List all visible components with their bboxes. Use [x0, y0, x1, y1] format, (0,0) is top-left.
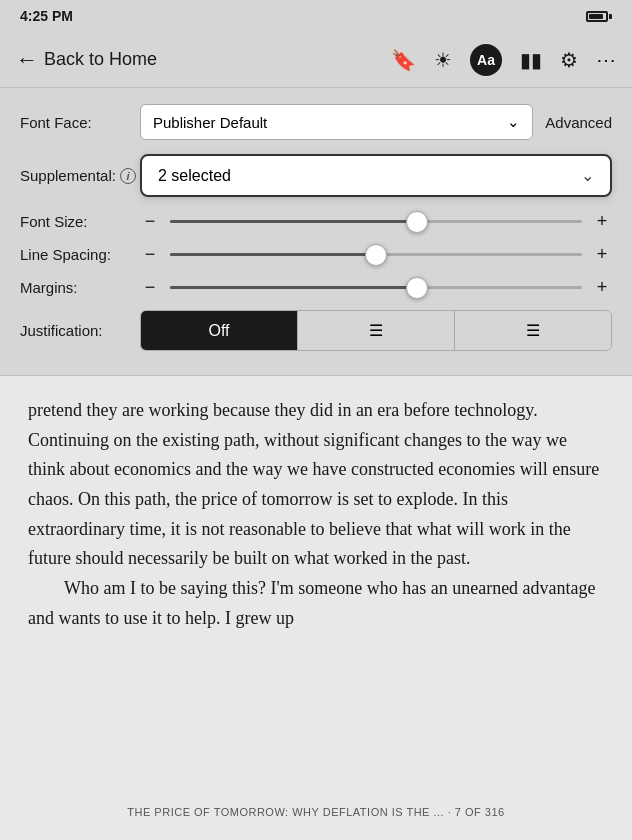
- font-size-label: Font Size:: [20, 213, 130, 230]
- nav-right: 🔖 ☀ Aa ▮▮ ⚙ ⋯: [391, 44, 616, 76]
- reading-text: pretend they are working because they di…: [28, 396, 604, 634]
- font-face-label: Font Face:: [20, 114, 140, 131]
- nav-bar: ← Back to Home 🔖 ☀ Aa ▮▮ ⚙ ⋯: [0, 32, 632, 88]
- line-spacing-slider[interactable]: [170, 253, 582, 256]
- font-size-slider[interactable]: [170, 220, 582, 223]
- font-aa-label: Aa: [477, 52, 495, 68]
- margins-slider[interactable]: [170, 286, 582, 289]
- font-aa-button[interactable]: Aa: [470, 44, 502, 76]
- settings-panel: Font Face: Publisher Default ⌄ Advanced …: [0, 88, 632, 376]
- nav-left: ← Back to Home: [16, 47, 157, 73]
- status-time: 4:25 PM: [20, 8, 73, 24]
- reading-paragraph-2: Who am I to be saying this? I'm someone …: [28, 574, 604, 633]
- justification-options: Off ☰ ☰: [140, 310, 612, 351]
- font-face-select[interactable]: Publisher Default ⌄: [140, 104, 533, 140]
- status-bar: 4:25 PM: [0, 0, 632, 32]
- font-size-row: Font Size: − +: [20, 211, 612, 232]
- more-icon[interactable]: ⋯: [596, 48, 616, 72]
- line-spacing-decrease-button[interactable]: −: [140, 244, 160, 265]
- justification-full-button[interactable]: ☰: [455, 311, 611, 350]
- margins-label: Margins:: [20, 279, 130, 296]
- content-area: Font Face: Publisher Default ⌄ Advanced …: [0, 88, 632, 840]
- justification-label: Justification:: [20, 322, 130, 339]
- chart-icon[interactable]: ▮▮: [520, 48, 542, 72]
- supplemental-label: Supplemental: i: [20, 167, 140, 184]
- supplemental-row: Supplemental: i 2 selected ⌄: [20, 154, 612, 197]
- info-icon[interactable]: i: [120, 168, 136, 184]
- font-face-row: Font Face: Publisher Default ⌄ Advanced: [20, 104, 612, 140]
- status-right: [586, 11, 612, 22]
- bookmark-icon[interactable]: 🔖: [391, 48, 416, 72]
- supplemental-select[interactable]: 2 selected ⌄: [140, 154, 612, 197]
- justification-row: Justification: Off ☰ ☰: [20, 310, 612, 351]
- supplemental-label-text: Supplemental:: [20, 167, 116, 184]
- margins-decrease-button[interactable]: −: [140, 277, 160, 298]
- font-face-value: Publisher Default: [153, 114, 267, 131]
- reading-content: pretend they are working because they di…: [0, 376, 632, 840]
- settings-icon[interactable]: ⚙: [560, 48, 578, 72]
- margins-increase-button[interactable]: +: [592, 277, 612, 298]
- justification-off-button[interactable]: Off: [141, 311, 298, 350]
- line-spacing-row: Line Spacing: − +: [20, 244, 612, 265]
- justification-left-button[interactable]: ☰: [298, 311, 455, 350]
- battery-icon: [586, 11, 612, 22]
- font-size-decrease-button[interactable]: −: [140, 211, 160, 232]
- reading-footer: THE PRICE OF TOMORROW: WHY DEFLATION IS …: [0, 792, 632, 840]
- font-face-chevron-icon: ⌄: [507, 113, 520, 131]
- reading-paragraph-1: pretend they are working because they di…: [28, 396, 604, 574]
- margins-row: Margins: − +: [20, 277, 612, 298]
- line-spacing-increase-button[interactable]: +: [592, 244, 612, 265]
- back-arrow-icon[interactable]: ←: [16, 47, 38, 73]
- line-spacing-label: Line Spacing:: [20, 246, 130, 263]
- advanced-button[interactable]: Advanced: [545, 114, 612, 131]
- footer-text: THE PRICE OF TOMORROW: WHY DEFLATION IS …: [127, 806, 504, 818]
- nav-title[interactable]: Back to Home: [44, 49, 157, 70]
- supplemental-chevron-icon: ⌄: [581, 166, 594, 185]
- supplemental-value: 2 selected: [158, 167, 231, 185]
- font-size-increase-button[interactable]: +: [592, 211, 612, 232]
- brightness-icon[interactable]: ☀: [434, 48, 452, 72]
